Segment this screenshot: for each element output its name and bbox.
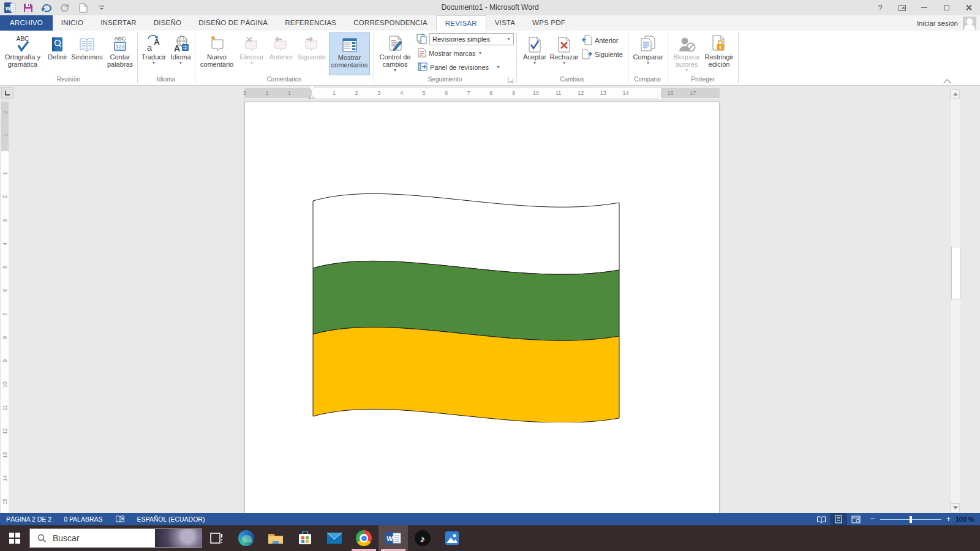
markup-page-icon [418, 48, 426, 59]
ruler-number: 9 [502, 88, 525, 98]
tab-diseno-pagina[interactable]: DISEÑO DE PÁGINA [190, 15, 276, 31]
previous-comment-label: Anterior [270, 53, 293, 61]
zoom-level[interactable]: 100 % [956, 515, 974, 523]
word-count-indicator[interactable]: 0 PALABRAS [58, 513, 108, 525]
tab-archivo[interactable]: ARCHIVO [0, 15, 53, 31]
compare-button[interactable]: Comparar ▼ [631, 32, 665, 75]
previous-comment-icon [273, 32, 290, 53]
edge-icon[interactable] [232, 525, 261, 551]
spelling-grammar-button[interactable]: ABC Ortografía y gramática [2, 32, 43, 75]
spelling-check-icon: ABC [13, 32, 32, 53]
sign-in[interactable]: Iniciar sesión [917, 15, 976, 31]
previous-change-button[interactable]: Anterior [582, 34, 619, 47]
tab-revisar[interactable]: REVISAR [436, 15, 486, 31]
display-for-review-combobox[interactable]: Revisiones simples ▼ [429, 33, 514, 45]
redo-icon[interactable] [59, 2, 71, 14]
store-icon[interactable] [290, 525, 320, 551]
tab-correspondencia[interactable]: CORRESPONDENCIA [345, 15, 436, 31]
track-changes-button[interactable]: Control de cambios ▼ [377, 32, 413, 75]
ribbon-display-options-icon[interactable] [893, 1, 911, 15]
restore-icon[interactable] [937, 1, 956, 15]
vertical-ruler-margin-numbers: 21 [1, 101, 9, 146]
start-button[interactable] [0, 525, 29, 551]
reject-button[interactable]: Rechazar ▼ [549, 32, 579, 75]
restrict-editing-button[interactable]: Restringir edición [703, 32, 735, 75]
right-indent-marker[interactable] [657, 92, 663, 99]
photos-icon[interactable] [437, 525, 467, 551]
translate-button[interactable]: aA Traducir ▼ [140, 32, 168, 75]
print-layout-icon[interactable] [830, 513, 847, 525]
group-label-idioma: Idioma [137, 76, 195, 84]
language-indicator[interactable]: ESPAÑOL (ECUADOR) [131, 513, 211, 525]
taskbar-search[interactable]: Buscar [29, 528, 202, 548]
tab-selector[interactable] [1, 87, 13, 99]
user-avatar-icon [963, 17, 976, 30]
tab-vista[interactable]: VISTA [486, 15, 524, 31]
help-icon[interactable]: ? [871, 1, 889, 15]
save-icon[interactable] [22, 2, 34, 14]
tab-insertar[interactable]: INSERTAR [92, 15, 145, 31]
show-comments-button[interactable]: Mostrar comentarios [329, 32, 370, 75]
ruler-number: 1 [278, 88, 301, 98]
close-icon[interactable] [959, 1, 978, 15]
word-logo-icon[interactable]: w [4, 2, 16, 14]
word-icon[interactable]: W [379, 525, 408, 551]
tab-inicio[interactable]: INICIO [53, 15, 92, 31]
group-label-proteger: Proteger [668, 76, 738, 84]
accept-label: Aceptar [523, 53, 546, 61]
chrome-icon[interactable] [349, 525, 379, 551]
zoom-slider-thumb[interactable] [910, 516, 912, 523]
undo-icon[interactable] [40, 2, 53, 14]
read-mode-icon[interactable] [813, 513, 830, 525]
dialog-launcher-icon[interactable] [508, 77, 514, 83]
tab-referencias[interactable]: REFERENCIAS [276, 15, 345, 31]
accept-button[interactable]: Aceptar ▼ [521, 32, 548, 75]
task-view-button[interactable] [202, 525, 232, 551]
zoom-in-icon[interactable]: + [946, 514, 951, 525]
tab-diseno[interactable]: DISEÑO [145, 15, 190, 31]
previous-comment-button[interactable]: Anterior [266, 32, 296, 75]
language-button[interactable]: A字 Idioma ▼ [168, 32, 194, 75]
thesaurus-label: Sinónimos [71, 53, 102, 61]
delete-comment-button[interactable]: Eliminar ▼ [237, 32, 266, 75]
tab-wps-pdf[interactable]: WPS PDF [524, 15, 574, 31]
ribbon-tabs: ARCHIVO INICIO INSERTAR DISEÑO DISEÑO DE… [0, 15, 980, 31]
show-markup-button[interactable]: Mostrar marcas ▼ [418, 47, 482, 59]
word-count-button[interactable]: ABC123 Contar palabras [103, 32, 137, 75]
display-review-icon [417, 34, 427, 45]
taskbar: Buscar W ♪ [0, 525, 980, 551]
next-change-button[interactable]: Siguiente [582, 48, 623, 61]
page-indicator[interactable]: PÁGINA 2 DE 2 [0, 513, 58, 525]
scroll-up-icon[interactable] [951, 89, 960, 99]
ruler-number: 5 [413, 88, 435, 98]
zoom-slider[interactable] [880, 519, 941, 520]
minimize-icon[interactable] [915, 1, 933, 15]
new-comment-button[interactable]: Nuevo comentario [198, 32, 236, 75]
mail-icon[interactable] [320, 525, 349, 551]
reviewing-pane-button[interactable]: Panel de revisiones ▼ [418, 61, 500, 73]
flag-shape[interactable] [309, 182, 623, 422]
scrollbar-thumb[interactable] [951, 247, 960, 299]
file-explorer-icon[interactable] [261, 525, 290, 551]
new-document-icon[interactable] [77, 2, 89, 14]
reject-label: Rechazar [549, 53, 578, 61]
previous-change-icon [582, 35, 592, 47]
define-button[interactable]: Definir [44, 32, 71, 75]
svg-text:ABC: ABC [17, 36, 29, 42]
group-label-revision: Revisión [0, 76, 137, 84]
ruler-number: 10 [525, 88, 548, 98]
scroll-down-icon[interactable] [951, 503, 960, 512]
vertical-scrollbar[interactable] [950, 89, 960, 513]
compare-label: Comparar [633, 53, 663, 61]
language-label: Idioma [170, 53, 190, 61]
thesaurus-button[interactable]: Sinónimos [71, 32, 103, 75]
proofing-error-icon[interactable] [109, 513, 131, 525]
tiktok-icon[interactable]: ♪ [408, 525, 437, 551]
zoom-out-icon[interactable]: − [870, 514, 875, 525]
web-layout-icon[interactable] [847, 513, 864, 525]
ruler-number: 12 [570, 88, 592, 98]
next-comment-button[interactable]: Siguiente [296, 32, 328, 75]
block-authors-button[interactable]: Bloquear autores ▼ [671, 32, 702, 75]
search-highlight-image[interactable] [155, 529, 202, 547]
customize-quick-access-icon[interactable] [96, 2, 108, 14]
